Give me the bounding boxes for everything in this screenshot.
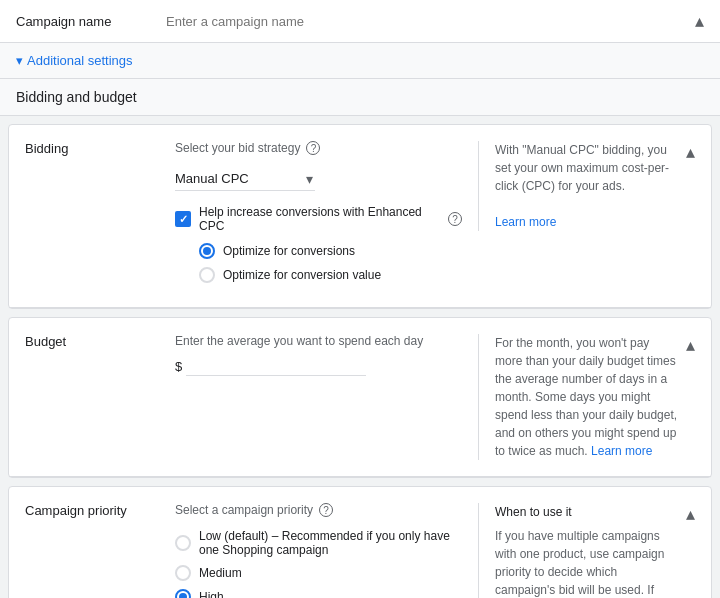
priority-medium-row: Medium <box>175 565 462 581</box>
optimize-conversions-radio[interactable] <box>199 243 215 259</box>
priority-medium-label: Medium <box>199 566 242 580</box>
budget-input-row: $ <box>175 356 462 376</box>
bidding-collapse-icon[interactable] <box>686 141 695 163</box>
campaign-priority-title: Campaign priority <box>25 503 175 518</box>
priority-select-label: Select a campaign priority <box>175 503 313 517</box>
priority-low-row: Low (default) – Recommended if you only … <box>175 529 462 557</box>
bid-strategy-select-wrapper: Manual CPC Target CPA Target ROAS ▾ <box>175 167 315 191</box>
dollar-sign: $ <box>175 359 182 374</box>
priority-select-row: Select a campaign priority ? <box>175 503 462 517</box>
bid-strategy-label: Select your bid strategy <box>175 141 300 155</box>
budget-card-content: Enter the average you want to spend each… <box>175 334 462 376</box>
priority-medium-radio[interactable] <box>175 565 191 581</box>
priority-high-label: High <box>199 590 224 598</box>
optimize-conversion-value-label: Optimize for conversion value <box>223 268 381 282</box>
bidding-card-header: Bidding Select your bid strategy ? Manua… <box>9 125 711 308</box>
budget-card: Budget Enter the average you want to spe… <box>8 317 712 478</box>
campaign-priority-collapse-icon[interactable] <box>686 503 695 525</box>
bidding-sidebar: With "Manual CPC" bidding, you set your … <box>478 141 678 231</box>
budget-input-label: Enter the average you want to spend each… <box>175 334 462 348</box>
bid-strategy-help-icon[interactable]: ? <box>306 141 320 155</box>
additional-settings-link[interactable]: ▾ Additional settings <box>16 53 133 68</box>
priority-low-label: Low (default) – Recommended if you only … <box>199 529 462 557</box>
optimize-conversions-row: Optimize for conversions <box>199 243 462 259</box>
campaign-name-label: Campaign name <box>16 14 166 29</box>
additional-settings-label: Additional settings <box>27 53 133 68</box>
bidding-sidebar-text: With "Manual CPC" bidding, you set your … <box>495 143 669 193</box>
campaign-name-bar: Campaign name <box>0 0 720 43</box>
optimize-conversion-value-radio[interactable] <box>199 267 215 283</box>
budget-card-header: Budget Enter the average you want to spe… <box>9 318 711 477</box>
priority-help-icon[interactable]: ? <box>319 503 333 517</box>
enhanced-cpc-help-icon[interactable]: ? <box>448 212 462 226</box>
budget-learn-more[interactable]: Learn more <box>591 444 652 458</box>
priority-high-row: High <box>175 589 462 598</box>
budget-sidebar: For the month, you won't pay more than y… <box>478 334 678 460</box>
campaign-priority-card: Campaign priority Select a campaign prio… <box>8 486 712 598</box>
priority-high-radio-inner <box>179 593 187 598</box>
priority-sidebar-text: If you have multiple campaigns with one … <box>495 527 678 598</box>
bidding-card-content: Select your bid strategy ? Manual CPC Ta… <box>175 141 462 291</box>
bid-strategy-row: Select your bid strategy ? <box>175 141 462 155</box>
additional-settings-chevron: ▾ <box>16 53 23 68</box>
campaign-collapse-icon[interactable] <box>695 10 704 32</box>
campaign-priority-card-header: Campaign priority Select a campaign prio… <box>9 487 711 598</box>
priority-high-radio[interactable] <box>175 589 191 598</box>
campaign-priority-content: Select a campaign priority ? Low (defaul… <box>175 503 462 598</box>
bid-strategy-select[interactable]: Manual CPC Target CPA Target ROAS <box>175 167 315 191</box>
bidding-card: Bidding Select your bid strategy ? Manua… <box>8 124 712 309</box>
optimize-conversion-value-row: Optimize for conversion value <box>199 267 462 283</box>
bidding-budget-section-header: Bidding and budget <box>0 79 720 116</box>
budget-amount-input[interactable] <box>186 356 366 376</box>
enhanced-cpc-label: Help increase conversions with Enhanced … <box>199 205 440 233</box>
campaign-priority-sidebar: When to use it If you have multiple camp… <box>478 503 678 598</box>
budget-sidebar-text: For the month, you won't pay more than y… <box>495 336 677 458</box>
enhanced-cpc-row: Help increase conversions with Enhanced … <box>175 205 462 233</box>
priority-sidebar-title: When to use it <box>495 503 678 521</box>
enhanced-cpc-checkbox[interactable] <box>175 211 191 227</box>
budget-card-title: Budget <box>25 334 175 349</box>
priority-low-radio[interactable] <box>175 535 191 551</box>
optimize-conversions-label: Optimize for conversions <box>223 244 355 258</box>
bidding-budget-title: Bidding and budget <box>16 89 137 105</box>
bidding-learn-more[interactable]: Learn more <box>495 215 556 229</box>
campaign-name-input[interactable] <box>166 14 687 29</box>
additional-settings-bar: ▾ Additional settings <box>0 43 720 79</box>
bidding-card-title: Bidding <box>25 141 175 156</box>
budget-collapse-icon[interactable] <box>686 334 695 356</box>
optimize-conversions-radio-inner <box>203 247 211 255</box>
